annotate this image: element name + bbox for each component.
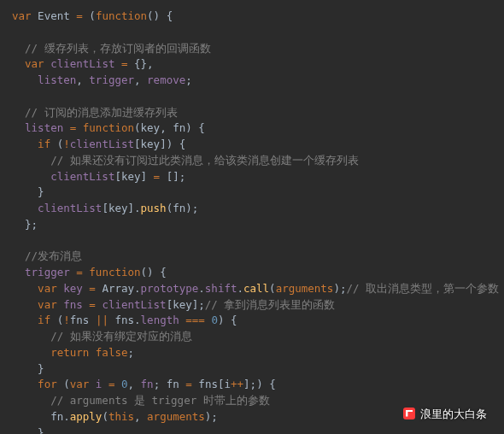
- brace: {: [269, 378, 276, 390]
- arg: key: [108, 202, 128, 214]
- keyword-var: var: [25, 57, 44, 70]
- ident: listen: [25, 121, 63, 134]
- comma: ,: [160, 121, 167, 134]
- ident: clientList: [70, 138, 134, 150]
- ident: Event: [38, 9, 70, 22]
- keyword-if: if: [38, 314, 50, 326]
- brace: }: [38, 426, 44, 435]
- op: =: [70, 121, 77, 134]
- arguments: arguments: [147, 410, 205, 423]
- param: fn: [173, 121, 185, 134]
- bracket: ]: [160, 138, 167, 150]
- ident: key: [63, 282, 83, 295]
- dot: .: [63, 410, 70, 423]
- ident: i: [96, 378, 103, 390]
- brace-semi: };: [25, 218, 38, 231]
- comment: // 拿到消息列表里的函数: [205, 298, 336, 311]
- comment: // 订阅的消息添加进缓存列表: [25, 106, 178, 119]
- op: =: [89, 282, 96, 295]
- dot: .: [134, 282, 141, 295]
- keyword-var: var: [70, 378, 90, 390]
- paren: ): [185, 121, 192, 134]
- op: =: [185, 378, 192, 390]
- method: call: [243, 282, 269, 295]
- comment: //发布消息: [25, 249, 82, 262]
- ident: fns: [63, 298, 83, 311]
- op: =: [76, 9, 83, 22]
- paren: ): [167, 138, 173, 150]
- comma: ,: [76, 73, 83, 86]
- or: ||: [96, 314, 108, 326]
- ident: fns: [198, 378, 218, 390]
- number: 0: [211, 314, 218, 326]
- this: this: [108, 410, 134, 423]
- semi: ;: [211, 410, 218, 423]
- paren: (: [102, 410, 108, 423]
- obj: Array: [102, 282, 134, 295]
- op: =: [154, 170, 161, 183]
- comment: // 如果没有绑定对应的消息: [50, 330, 192, 343]
- inc: ++: [231, 378, 243, 390]
- comment: // 取出消息类型，第一个参数: [346, 282, 499, 295]
- dot: .: [134, 314, 141, 326]
- keyword-function: function: [96, 9, 147, 22]
- keyword-var: var: [12, 9, 32, 22]
- brace: }: [38, 362, 44, 375]
- parens: (): [141, 266, 154, 279]
- ident: trigger: [25, 266, 70, 279]
- semi: ;: [179, 170, 186, 183]
- ident: fn: [167, 378, 179, 390]
- ident: i: [224, 378, 231, 390]
- keyword-if: if: [38, 138, 50, 150]
- bracket: [: [134, 138, 141, 150]
- semi: ;: [127, 346, 134, 359]
- ident: remove: [147, 73, 185, 86]
- comma: ,: [128, 378, 135, 390]
- keyword-for: for: [38, 378, 57, 390]
- bracket: [: [114, 170, 121, 183]
- ident: clientList: [38, 202, 102, 214]
- param: key: [141, 121, 161, 134]
- arguments: arguments: [276, 282, 334, 295]
- op: =: [121, 57, 128, 70]
- paren: ): [333, 282, 340, 295]
- ident: fn: [141, 378, 154, 390]
- paren: ): [185, 202, 192, 214]
- comma: ,: [134, 73, 141, 86]
- arg: key: [173, 298, 192, 311]
- bracket-dot: ].: [127, 202, 140, 214]
- paren: (: [89, 9, 96, 22]
- ident: listen: [38, 73, 76, 86]
- parens: (): [147, 9, 160, 22]
- paren: (: [269, 282, 276, 295]
- prop: prototype: [141, 282, 199, 295]
- code-block: var Event = (function() { // 缓存列表，存放订阅者的…: [12, 9, 492, 434]
- array: []: [167, 170, 179, 183]
- paren: (: [134, 121, 141, 134]
- watermark-text: 浪里的大白条: [420, 408, 487, 420]
- eq: ===: [185, 314, 205, 326]
- watermark: 浪里的大白条: [403, 406, 487, 423]
- keyword-var: var: [38, 282, 57, 295]
- brace: {: [160, 266, 167, 279]
- method: push: [141, 202, 167, 214]
- ident: fn: [50, 410, 63, 423]
- comma: ,: [147, 57, 154, 70]
- paren: ): [256, 378, 263, 390]
- method: apply: [70, 410, 103, 423]
- comment: // 如果还没有订阅过此类消息，给该类消息创建一个缓存列表: [50, 154, 359, 167]
- toutiao-icon: [403, 408, 415, 419]
- brace: {: [198, 121, 205, 134]
- ident: clientList: [50, 170, 114, 183]
- brace: }: [38, 185, 44, 198]
- ident: clientList: [50, 57, 114, 70]
- dot: .: [237, 282, 243, 295]
- arg: fn: [173, 202, 185, 214]
- arg: key: [121, 170, 141, 183]
- keyword-function: function: [83, 121, 134, 134]
- prop: length: [141, 314, 179, 326]
- bool: false: [96, 346, 128, 359]
- bracket: ]: [141, 170, 148, 183]
- comment: // arguments 是 trigger 时带上的参数: [50, 394, 270, 407]
- ident: fns: [70, 314, 90, 326]
